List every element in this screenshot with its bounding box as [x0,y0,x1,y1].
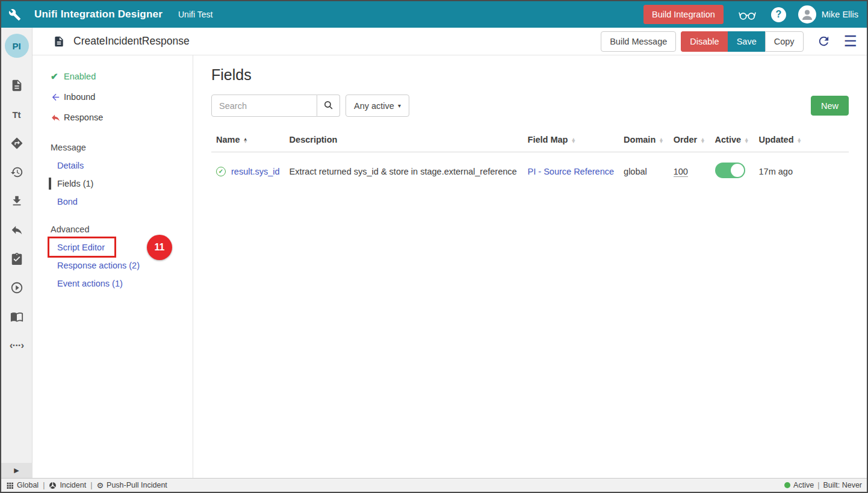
message-sidenav: ✔ Enabled Inbound Response [33,55,193,478]
status-inbound: Inbound [33,87,193,107]
field-description: Extract returned sys_id & store in stage… [285,152,523,191]
search-button[interactable] [317,95,340,117]
check-icon: ✔ [51,71,64,82]
reply-icon[interactable] [1,215,33,244]
built-label: Built: Never [823,481,862,489]
col-field-map[interactable]: Field Map▲▼ [523,129,619,152]
arrow-left-icon [51,92,64,102]
menu-icon[interactable]: ☰ [844,34,857,49]
chevron-down-icon: ▾ [398,102,401,109]
active-toggle[interactable] [715,163,745,178]
wrench-icon [8,8,21,21]
tasks-icon[interactable] [1,244,33,273]
preview-glasses-icon[interactable] [738,8,757,20]
rail-expand-button[interactable]: ▶ [1,463,33,478]
user-menu[interactable]: Mike Ellis [798,5,858,23]
user-name: Mike Ellis [822,10,858,19]
build-message-button[interactable]: Build Message [601,31,676,52]
field-maps-icon[interactable]: Tt [1,100,33,129]
reply-arrow-icon [51,113,64,123]
instance-name: Unifi Test [178,10,212,19]
statusbar: Global | Incident | ⚙ Push-Pull Incident… [1,478,867,492]
nav-item-event-actions[interactable]: Event actions (1) [33,274,193,293]
field-updated: 17m ago [754,152,849,191]
app-window: Unifi Integration Designer Unifi Test Bu… [0,0,868,493]
field-name-link[interactable]: result.sys_id [231,167,280,176]
directions-icon[interactable] [1,129,33,158]
build-integration-button[interactable]: Build Integration [643,5,724,24]
messages-icon[interactable] [1,71,33,100]
topbar: Unifi Integration Designer Unifi Test Bu… [1,1,867,28]
run-icon[interactable] [1,273,33,302]
col-order[interactable]: Order▲▼ [669,129,710,152]
refresh-icon[interactable] [817,34,831,48]
disable-button[interactable]: Disable [681,31,727,52]
status-response: Response [33,107,193,128]
field-ok-icon: ✓ [216,167,226,176]
col-active[interactable]: Active▲▼ [710,129,754,152]
section-message: Message [33,138,193,157]
docs-icon[interactable] [1,302,33,331]
col-domain[interactable]: Domain▲▼ [619,129,669,152]
nav-item-details[interactable]: Details [33,157,193,175]
col-updated[interactable]: Updated▲▼ [754,129,849,152]
expand-arrow-icon: ▶ [14,467,19,474]
nav-item-fields[interactable]: Fields (1) [33,175,193,193]
integration-avatar[interactable]: PI [5,34,29,58]
help-icon[interactable]: ? [771,7,786,22]
new-field-button[interactable]: New [811,96,849,116]
incident-icon [49,482,57,489]
selected-marker [49,178,51,190]
fields-table: Name▲▼ Description Field Map▲▼ Domain▲▼ … [211,129,849,190]
history-icon[interactable] [1,158,33,187]
icon-rail: PI Tt [1,28,33,478]
field-order[interactable]: 100 [674,167,688,177]
col-name[interactable]: Name▲▼ [211,129,285,152]
record-title: CreateIncidentResponse [73,35,190,48]
status-enabled: ✔ Enabled [33,66,193,87]
table-header-row: Name▲▼ Description Field Map▲▼ Domain▲▼ … [211,129,849,152]
gear-icon: ⚙ [96,481,104,490]
user-avatar [798,5,816,23]
field-domain: global [619,152,669,191]
nav-item-bond[interactable]: Bond [33,193,193,211]
page-title: Fields [211,66,849,84]
scope-indicator[interactable]: Global [6,481,39,489]
code-icon[interactable]: ‹···› [1,331,33,360]
search-icon [323,100,333,112]
save-button[interactable]: Save [728,31,765,52]
active-filter-dropdown[interactable]: Any active ▾ [346,95,409,117]
search-input[interactable] [211,95,317,117]
col-description[interactable]: Description [285,129,523,152]
target-indicator[interactable]: Incident [49,481,86,489]
toggle-knob [731,164,744,177]
field-map-link[interactable]: PI - Source Reference [528,167,614,176]
integration-indicator[interactable]: ⚙ Push-Pull Incident [96,481,167,490]
status-dot [784,482,790,488]
fields-panel: Fields Any active ▾ [193,55,867,478]
app-title: Unifi Integration Designer [34,8,163,20]
section-advanced: Advanced [33,220,193,238]
copy-button[interactable]: Copy [765,31,804,52]
table-row: ✓ result.sys_id Extract returned sys_id … [211,152,849,191]
download-icon[interactable] [1,187,33,215]
nav-item-script-editor[interactable]: Script Editor 11 [33,238,193,256]
nav-item-response-actions[interactable]: Response actions (2) [33,256,193,274]
grid-icon [6,482,14,489]
status-active-label: Active [793,481,814,489]
message-doc-icon [53,36,65,48]
record-header: CreateIncidentResponse Build Message Dis… [33,28,867,55]
